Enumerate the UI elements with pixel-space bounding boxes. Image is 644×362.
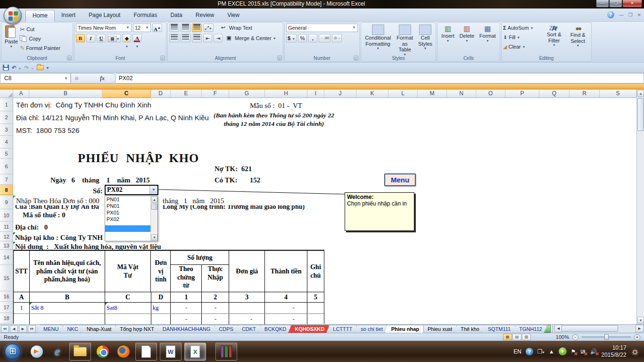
winrar-icon[interactable] <box>215 343 237 361</box>
scroll-up-icon[interactable]: ▲ <box>151 197 157 203</box>
row-header[interactable]: 6 <box>0 159 13 174</box>
clear-button[interactable]: ◢Clear▼ <box>503 42 542 51</box>
qat-customize-button[interactable]: ▾ <box>47 66 49 70</box>
dropdown-item[interactable]: PX01 <box>105 209 157 216</box>
column-header[interactable]: O <box>476 90 505 98</box>
next-sheet-button[interactable]: ▶ <box>19 325 27 333</box>
sheet-tab[interactable]: so chi tiet <box>354 325 387 333</box>
combobox-dropdown-button[interactable]: ▼ <box>149 186 157 194</box>
sheet-tab[interactable]: CDPS <box>212 325 238 333</box>
row-header[interactable]: 15 <box>0 265 13 291</box>
format-cells-button[interactable]: ▦Format▼ <box>478 24 498 43</box>
borders-button[interactable]: ▦▼ <box>107 34 121 42</box>
row-header[interactable]: 18 <box>0 313 13 324</box>
select-all-corner[interactable] <box>0 90 13 98</box>
flag-action-center-icon[interactable]: ⚑ <box>571 348 576 355</box>
voucher-dropdown-list[interactable]: PN01PN01PX01PX02 ▲ ▼ <box>105 196 158 241</box>
scroll-down-icon[interactable]: ▼ <box>637 317 644 324</box>
paste-button[interactable]: Paste▼ <box>3 24 20 52</box>
show-hidden-icons[interactable]: ▲ <box>549 348 554 355</box>
align-bottom-button[interactable] <box>192 24 202 32</box>
help-tray-icon[interactable]: ? <box>526 348 533 355</box>
dropdown-item[interactable]: PN01 <box>105 203 157 209</box>
scroll-right-icon[interactable]: ▶ <box>636 325 644 332</box>
vertical-scrollbar[interactable]: ▲ ▼ <box>636 90 644 324</box>
dropdown-selected-blank-item[interactable] <box>105 225 151 232</box>
align-right-button[interactable] <box>192 34 202 42</box>
notepad-icon[interactable] <box>135 343 157 361</box>
font-dialog-launcher[interactable]: ◱ <box>160 56 165 60</box>
autosum-button[interactable]: ΣAutoSum▼ <box>503 24 542 32</box>
wrap-text-button[interactable]: ↩Wrap Text <box>219 24 252 32</box>
page-layout-view-button[interactable]: ▤ <box>512 334 521 340</box>
column-header[interactable]: C <box>102 90 151 98</box>
row-header[interactable]: 2 <box>0 111 13 124</box>
page-break-view-button[interactable]: ▥ <box>522 334 531 340</box>
percent-button[interactable]: % <box>298 34 307 42</box>
brightness-icon[interactable]: ☼ <box>631 346 639 357</box>
scroll-down-icon[interactable]: ▼ <box>151 234 157 240</box>
sheet-tab[interactable]: MENU <box>37 325 63 333</box>
increase-indent-button[interactable]: ⇥ <box>214 34 223 42</box>
restore-button[interactable]: ❐ <box>609 0 622 8</box>
sheet-tab[interactable]: CDKT <box>235 325 261 333</box>
row-header[interactable]: 7 <box>0 174 13 185</box>
sheet-tab[interactable]: Nhap-Xuat <box>80 325 116 333</box>
sheet-tab[interactable]: KQHDSXKD <box>288 325 329 333</box>
sheet-tab[interactable]: Phieu xuat <box>421 325 457 333</box>
row-header[interactable]: 1 <box>0 98 13 111</box>
ribbon-tab[interactable]: Insert <box>55 10 82 22</box>
ribbon-tab[interactable]: Home <box>25 10 55 22</box>
open-icon[interactable] <box>37 65 44 70</box>
ribbon-tab[interactable]: View <box>221 10 246 22</box>
office-button[interactable] <box>4 7 22 25</box>
network-icon[interactable]: 🖳 <box>580 348 586 355</box>
format-painter-button[interactable]: ✎Format Painter <box>20 44 60 52</box>
column-header[interactable]: I <box>307 90 324 98</box>
ribbon-tab[interactable]: Data <box>164 10 189 22</box>
underline-button[interactable]: U <box>97 34 106 42</box>
formula-input[interactable]: PX02 <box>116 73 644 83</box>
first-sheet-button[interactable]: ⏴⏴ <box>1 325 9 333</box>
zoom-slider[interactable] <box>582 337 631 337</box>
dropdown-item[interactable]: PN01 <box>105 196 157 203</box>
font-color-button[interactable]: A▼ <box>132 34 141 42</box>
table-row[interactable]: -- -- <box>14 314 324 324</box>
close-button[interactable]: ✕ <box>622 0 642 8</box>
ribbon-tab[interactable]: Review <box>189 10 221 22</box>
row-header[interactable]: 9 <box>0 195 13 209</box>
row-header[interactable]: 17 <box>0 302 13 313</box>
scroll-thumb[interactable] <box>561 325 618 332</box>
fill-button[interactable]: ⬇Fill▼ <box>503 33 542 41</box>
row-header[interactable]: 11 <box>0 222 13 232</box>
column-header[interactable]: B <box>29 90 102 98</box>
name-box[interactable]: C8▼ <box>0 73 71 83</box>
doc-close-button[interactable]: ✕ <box>637 12 641 17</box>
normal-view-button[interactable]: ▦ <box>503 334 512 340</box>
sheet-tab[interactable]: NKC <box>60 325 83 333</box>
doc-restore-button[interactable]: ❐ <box>628 12 633 17</box>
word-icon[interactable]: W <box>160 343 182 361</box>
language-indicator[interactable]: EN <box>513 348 521 355</box>
cut-button[interactable]: ✂Cut <box>20 25 60 33</box>
sheet-tab[interactable]: Thẻ kho <box>454 325 484 333</box>
align-middle-button[interactable] <box>181 24 190 32</box>
excel-icon[interactable]: X <box>184 343 206 361</box>
ribbon-tab[interactable]: Page Layout <box>82 10 127 22</box>
row-header[interactable]: 8 <box>0 185 13 195</box>
sheet-tab[interactable]: Phieu nhap <box>385 325 424 333</box>
table-row[interactable]: 1Sắt 8 Sat8kg -- - <box>14 303 324 314</box>
row-header[interactable]: 4 <box>0 136 13 148</box>
doc-minimize-button[interactable]: — <box>619 12 624 17</box>
firefox-icon[interactable] <box>116 344 132 360</box>
font-name-combo[interactable]: Times New Rom▼ <box>76 24 132 32</box>
column-header[interactable]: H <box>265 90 307 98</box>
alignment-dialog-launcher[interactable]: ◱ <box>277 56 282 60</box>
align-top-button[interactable] <box>169 24 179 32</box>
column-header[interactable]: R <box>570 90 600 98</box>
conditional-formatting-button[interactable]: Conditional Formatting▼ <box>363 24 393 57</box>
column-header[interactable]: F <box>202 90 229 98</box>
zoom-slider-knob[interactable] <box>604 334 609 340</box>
column-header[interactable]: J <box>324 90 356 98</box>
column-header[interactable]: L <box>388 90 418 98</box>
